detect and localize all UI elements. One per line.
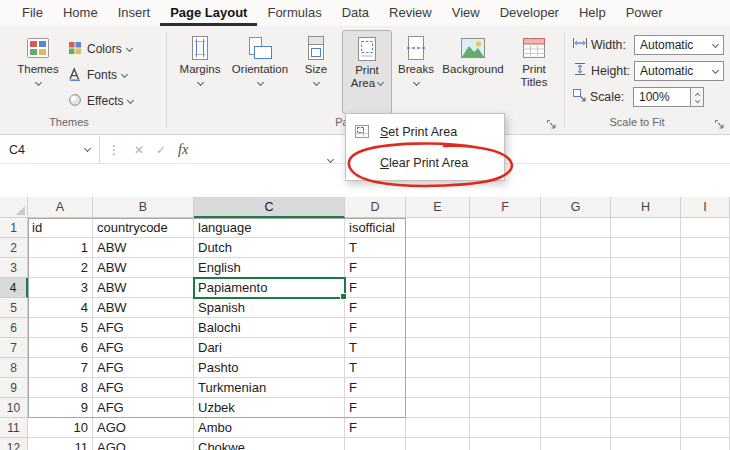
scale-spinner[interactable] — [691, 87, 704, 107]
cell-f5[interactable] — [470, 298, 541, 318]
row-header-1[interactable]: 1 — [0, 218, 28, 238]
tab-help[interactable]: Help — [569, 0, 616, 26]
cell-h6[interactable] — [611, 318, 681, 338]
cell-a6[interactable]: 5 — [28, 318, 93, 338]
cell-a5[interactable]: 4 — [28, 298, 93, 318]
cell-b11[interactable]: AGO — [93, 418, 194, 438]
width-select[interactable]: Automatic — [634, 35, 724, 55]
cell-i6[interactable] — [681, 318, 730, 338]
cell-a8[interactable]: 7 — [28, 358, 93, 378]
cell-h12[interactable] — [611, 438, 681, 450]
cell-a12[interactable]: 11 — [28, 438, 93, 450]
cell-b3[interactable]: ABW — [93, 258, 194, 278]
cell-c12[interactable]: Chokwe — [194, 438, 345, 450]
breaks-button[interactable]: Breaks — [394, 30, 438, 114]
cell-d2[interactable]: T — [345, 238, 406, 258]
cell-a2[interactable]: 1 — [28, 238, 93, 258]
cell-b4[interactable]: ABW — [93, 278, 194, 298]
theme-colors-button[interactable]: Colors — [64, 38, 136, 60]
cell-b8[interactable]: AFG — [93, 358, 194, 378]
cell-g1[interactable] — [541, 218, 611, 238]
cell-i10[interactable] — [681, 398, 730, 418]
cell-g7[interactable] — [541, 338, 611, 358]
cell-e4[interactable] — [406, 278, 470, 298]
cell-d8[interactable]: T — [345, 358, 406, 378]
cell-h8[interactable] — [611, 358, 681, 378]
cell-e3[interactable] — [406, 258, 470, 278]
theme-fonts-button[interactable]: Fonts — [64, 64, 131, 86]
margins-button[interactable]: Margins — [174, 30, 226, 114]
cell-g11[interactable] — [541, 418, 611, 438]
cell-i3[interactable] — [681, 258, 730, 278]
column-header-i[interactable]: I — [681, 197, 730, 218]
cell-e1[interactable] — [406, 218, 470, 238]
cell-d5[interactable]: F — [345, 298, 406, 318]
cell-h1[interactable] — [611, 218, 681, 238]
cell-c2[interactable]: Dutch — [194, 238, 345, 258]
menu-item-clear-print-area[interactable]: Clear Print Area — [346, 147, 504, 178]
cell-b9[interactable]: AFG — [93, 378, 194, 398]
cell-d12[interactable] — [345, 438, 406, 450]
cell-d10[interactable]: F — [345, 398, 406, 418]
confirm-icon[interactable]: ✓ — [150, 143, 172, 157]
cell-h7[interactable] — [611, 338, 681, 358]
row-header-11[interactable]: 11 — [0, 418, 28, 438]
name-box[interactable]: C4 — [0, 136, 100, 164]
cell-c7[interactable]: Dari — [194, 338, 345, 358]
cell-c9[interactable]: Turkmenian — [194, 378, 345, 398]
cell-h4[interactable] — [611, 278, 681, 298]
row-header-7[interactable]: 7 — [0, 338, 28, 358]
cell-b1[interactable]: countrycode — [93, 218, 194, 238]
cell-i2[interactable] — [681, 238, 730, 258]
cell-a10[interactable]: 9 — [28, 398, 93, 418]
cell-i5[interactable] — [681, 298, 730, 318]
cell-f2[interactable] — [470, 238, 541, 258]
cell-e6[interactable] — [406, 318, 470, 338]
cell-b7[interactable]: AFG — [93, 338, 194, 358]
cell-b6[interactable]: AFG — [93, 318, 194, 338]
tab-power[interactable]: Power — [616, 0, 673, 26]
cell-d4[interactable]: F — [345, 278, 406, 298]
cell-e9[interactable] — [406, 378, 470, 398]
column-header-a[interactable]: A — [28, 197, 93, 218]
row-header-12[interactable]: 12 — [0, 438, 28, 450]
cell-d9[interactable]: F — [345, 378, 406, 398]
cell-f3[interactable] — [470, 258, 541, 278]
cell-i9[interactable] — [681, 378, 730, 398]
tab-insert[interactable]: Insert — [108, 0, 161, 26]
insert-function-icon[interactable]: fx — [178, 142, 188, 158]
cell-b12[interactable]: AGO — [93, 438, 194, 450]
tab-file[interactable]: File — [12, 0, 53, 26]
cell-h11[interactable] — [611, 418, 681, 438]
cell-i1[interactable] — [681, 218, 730, 238]
size-button[interactable]: Size — [294, 30, 338, 114]
cell-e11[interactable] — [406, 418, 470, 438]
cell-f11[interactable] — [470, 418, 541, 438]
column-header-f[interactable]: F — [470, 197, 541, 218]
print-area-button[interactable]: Print Area — [342, 30, 392, 114]
cell-c11[interactable]: Ambo — [194, 418, 345, 438]
cell-i4[interactable] — [681, 278, 730, 298]
cell-h5[interactable] — [611, 298, 681, 318]
cell-a4[interactable]: 3 — [28, 278, 93, 298]
tab-review[interactable]: Review — [379, 0, 442, 26]
column-header-h[interactable]: H — [611, 197, 681, 218]
formula-bar-handle[interactable]: ⋮ — [108, 143, 120, 157]
cell-g10[interactable] — [541, 398, 611, 418]
cell-a7[interactable]: 6 — [28, 338, 93, 358]
orientation-button[interactable]: Orientation — [228, 30, 292, 114]
tab-view[interactable]: View — [442, 0, 490, 26]
background-button[interactable]: Background — [440, 30, 506, 114]
tab-developer[interactable]: Developer — [490, 0, 569, 26]
row-header-2[interactable]: 2 — [0, 238, 28, 258]
cell-c5[interactable]: Spanish — [194, 298, 345, 318]
row-header-5[interactable]: 5 — [0, 298, 28, 318]
cell-i7[interactable] — [681, 338, 730, 358]
cell-f9[interactable] — [470, 378, 541, 398]
cell-b2[interactable]: ABW — [93, 238, 194, 258]
cell-h9[interactable] — [611, 378, 681, 398]
cell-c6[interactable]: Balochi — [194, 318, 345, 338]
cell-e2[interactable] — [406, 238, 470, 258]
cell-h3[interactable] — [611, 258, 681, 278]
column-header-d[interactable]: D — [345, 197, 406, 218]
